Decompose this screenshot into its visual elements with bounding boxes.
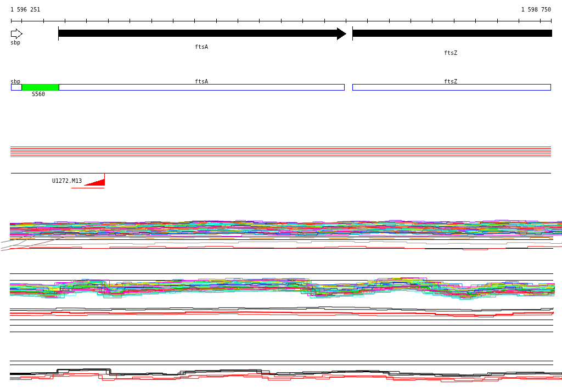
ruler-start-coordinate: 1 596 251 — [10, 7, 40, 13]
gene-label-ftsz: ftsZ — [444, 50, 457, 56]
feature-box-ftsz[interactable] — [352, 84, 551, 91]
gene-sbp-arrow[interactable] — [11, 29, 22, 39]
gene-ftsz-bar[interactable] — [353, 30, 552, 37]
gc-content-line — [10, 150, 551, 150]
read-label-u1272-m13: U1272.M13 — [52, 178, 82, 184]
feature-label-ftsz: ftsZ — [444, 79, 457, 85]
feature-box-sbp[interactable] — [11, 84, 22, 91]
tracks-vector-layer — [0, 0, 562, 392]
gc-content-line — [10, 153, 551, 154]
feature-label-ftsa: ftsA — [195, 79, 208, 85]
gc-content-line — [10, 147, 551, 147]
feature-label-sbp: sbp — [10, 79, 20, 85]
feature-box-s560[interactable] — [22, 84, 59, 91]
genome-browser-window: 1 596 251 1 598 750 sbp ftsA ftsZ sbp ft… — [0, 0, 562, 392]
gene-ftsa-arrow[interactable] — [58, 30, 337, 37]
feature-box-ftsa[interactable] — [59, 84, 345, 91]
gc-content-line — [10, 152, 551, 152]
gc-content-line — [10, 148, 551, 149]
gene-label-sbp: sbp — [10, 40, 20, 46]
gc-content-line — [10, 156, 551, 157]
gc-content-line — [10, 155, 551, 155]
ruler-end-coordinate: 1 598 750 — [521, 7, 551, 13]
gene-label-ftsa: ftsA — [195, 44, 208, 50]
read-marker-wedge[interactable] — [83, 179, 104, 186]
gene-ftsa-arrowhead — [337, 27, 346, 40]
feature-label-s560: S560 — [32, 91, 45, 97]
